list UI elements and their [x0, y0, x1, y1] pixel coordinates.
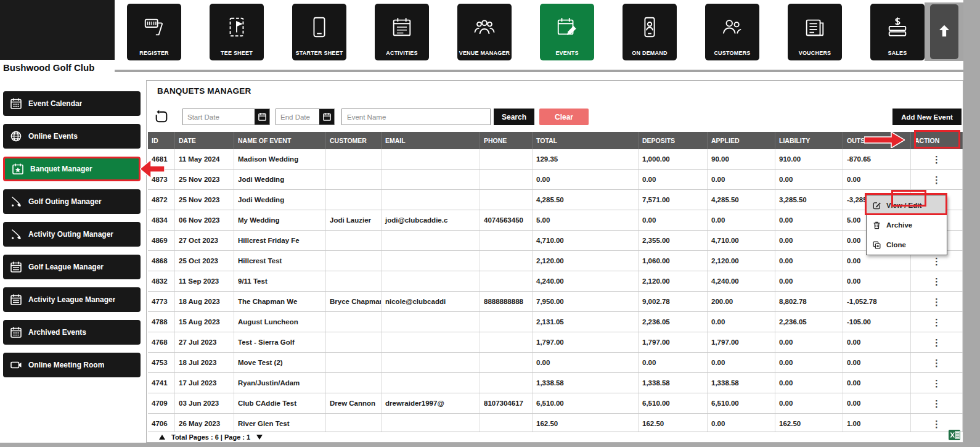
table-row[interactable]: 476827 Jul 2023Test - Sierra Golf1,797.0…	[148, 332, 963, 353]
table-row[interactable]: 487325 Nov 2023Jodi Wedding0.000.000.000…	[148, 170, 963, 190]
sidebar-item-label: Banquet Manager	[30, 165, 92, 173]
toolbar-button-venue-manager[interactable]: VENUE MANAGER	[457, 4, 512, 60]
cell-phone	[480, 353, 533, 372]
menu-item-view-edit[interactable]: View / Edit	[867, 195, 947, 215]
table-row[interactable]: 475318 Jul 2023Move Test (2)0.000.000.00…	[148, 353, 963, 373]
row-action-menu-button[interactable]: ⋮	[911, 373, 963, 393]
toolbar-button-starter-sheet[interactable]: STARTER SHEET	[292, 4, 346, 60]
toolbar-button-tee-sheet[interactable]: TEE SHEET	[210, 4, 264, 60]
cell-total: 2,120.00	[533, 251, 639, 271]
cell-id: 4741	[148, 373, 175, 393]
cell-applied: 4,710.00	[708, 231, 775, 250]
cell-date: 15 Aug 2023	[175, 312, 234, 332]
event-name-input[interactable]	[341, 109, 491, 125]
sidebar-item-activity-outing-manager[interactable]: Activity Outing Manager	[3, 222, 141, 247]
sidebar-item-golf-league-manager[interactable]: Golf League Manager	[3, 255, 141, 279]
sidebar-item-activity-league-manager[interactable]: Activity League Manager	[3, 287, 141, 312]
toolbar-button-label: SALES	[888, 50, 907, 56]
cell-date: 17 Jul 2023	[175, 373, 234, 393]
sidebar-item-online-meeting-room[interactable]: Online Meeting Room	[3, 353, 141, 377]
sidebar-item-banquet-manager[interactable]: Banquet Manager	[3, 157, 141, 181]
row-action-menu-button[interactable]: ⋮	[911, 312, 963, 332]
club-name: Bushwood Golf Club	[3, 62, 94, 73]
add-new-event-button[interactable]: Add New Event	[892, 109, 962, 125]
row-action-menu-button[interactable]: ⋮	[911, 170, 963, 189]
table-row[interactable]: 468111 May 2024Madison Wedding129.351,00…	[148, 149, 963, 170]
cell-name: My Wedding	[234, 210, 326, 230]
sidebar-item-label: Activity League Manager	[28, 295, 115, 304]
table-row[interactable]: 486825 Oct 2023Hillcrest Test2,120.001,0…	[148, 251, 963, 271]
cell-phone	[480, 170, 533, 189]
column-header-deposits[interactable]: DEPOSITS	[639, 132, 708, 149]
sidebar-item-online-events[interactable]: Online Events	[3, 124, 141, 149]
toolbar-button-customers[interactable]: CUSTOMERS	[705, 4, 759, 60]
end-date-calendar-icon[interactable]	[319, 109, 334, 125]
cell-phone: 8888888888	[480, 292, 533, 311]
cell-name: Jodi Wedding	[234, 190, 326, 210]
table-row[interactable]: 486927 Oct 2023Hillcrest Friday Fe4,710.…	[148, 231, 963, 251]
table-row[interactable]: 478815 Aug 2023August Luncheon2,131.052,…	[148, 312, 963, 332]
toolbar-button-sales[interactable]: SALES	[870, 4, 925, 60]
column-header-outstanding[interactable]: OUTSTANDING	[843, 132, 911, 149]
table-row[interactable]: 483406 Nov 2023My WeddingJodi Lauzierjod…	[148, 210, 963, 231]
table-row[interactable]: 474117 Jul 2023Ryan/Justin/Adam1,338.581…	[148, 373, 963, 393]
row-action-menu-button[interactable]: ⋮	[911, 332, 963, 352]
row-action-menu-button[interactable]: ⋮	[911, 393, 963, 413]
sidebar-item-label: Online Events	[28, 132, 78, 141]
toolbar-button-events[interactable]: EVENTS	[540, 4, 594, 60]
table-header: IDDATENAME OF EVENTCUSTOMEREMAILPHONETOT…	[148, 132, 963, 149]
column-header-phone[interactable]: PHONE	[480, 132, 533, 149]
page-down-button[interactable]	[256, 432, 263, 443]
cell-applied: 0.00	[708, 353, 775, 372]
sidebar-item-event-calendar[interactable]: Event Calendar	[3, 91, 141, 116]
toolbar-button-label: STARTER SHEET	[296, 50, 343, 56]
column-header-id[interactable]: ID	[148, 132, 175, 149]
toolbar: REGISTERTEE SHEETSTARTER SHEETACTIVITIES…	[127, 4, 925, 60]
search-button[interactable]: Search	[494, 109, 534, 125]
column-header-date[interactable]: DATE	[175, 132, 234, 149]
table-row[interactable]: 477318 Aug 2023The Chapman WeBryce Chapm…	[148, 292, 963, 312]
row-action-menu-button[interactable]: ⋮	[911, 353, 963, 372]
column-header-action[interactable]: ACTION	[911, 132, 963, 149]
sales-icon	[886, 4, 909, 50]
toolbar-button-vouchers[interactable]: VOUCHERS	[788, 4, 842, 60]
refresh-button[interactable]	[153, 109, 169, 126]
upload-button[interactable]	[930, 4, 958, 59]
row-action-menu-button[interactable]: ⋮	[911, 271, 963, 291]
cell-id: 4788	[148, 312, 175, 332]
sidebar-item-archived-events[interactable]: Archived Events	[3, 320, 141, 345]
menu-item-clone[interactable]: Clone	[867, 235, 947, 255]
menu-item-archive[interactable]: Archive	[867, 215, 947, 235]
column-header-total[interactable]: TOTAL	[533, 132, 639, 149]
toolbar-button-register[interactable]: REGISTER	[127, 4, 181, 60]
start-date-input[interactable]	[183, 109, 255, 125]
triangle-down-icon	[256, 432, 263, 443]
column-header-name-of-event[interactable]: NAME OF EVENT	[234, 132, 326, 149]
page-up-button[interactable]	[158, 432, 166, 443]
column-header-email[interactable]: EMAIL	[382, 132, 480, 149]
row-action-menu-button[interactable]: ⋮	[911, 149, 963, 169]
excel-export-icon[interactable]	[948, 429, 961, 441]
start-date-calendar-icon[interactable]	[255, 109, 269, 125]
clear-button[interactable]: Clear	[539, 109, 589, 125]
top-divider	[115, 70, 963, 72]
sidebar-item-golf-outing-manager[interactable]: Golf Outing Manager	[3, 189, 141, 214]
column-header-liability[interactable]: LIABILITY	[775, 132, 843, 149]
table-row[interactable]: 470626 May 2023River Glen Test162.50162.…	[148, 414, 963, 432]
toolbar-button-activities[interactable]: ACTIVITIES	[375, 4, 429, 60]
cell-email	[382, 231, 480, 250]
table-row[interactable]: 470903 Jun 2023Club CAddie TestDrew Cann…	[148, 393, 963, 414]
cell-date: 25 Nov 2023	[175, 170, 234, 189]
cell-customer	[326, 149, 382, 169]
table-row[interactable]: 483211 Sep 20239/11 Test4,240.002,120.00…	[148, 271, 963, 292]
row-action-menu-button[interactable]: ⋮	[911, 292, 963, 311]
toolbar-button-on-demand[interactable]: ON DEMAND	[623, 4, 677, 60]
cell-outstanding: 0.00	[843, 170, 911, 189]
end-date-input[interactable]	[276, 109, 319, 125]
column-header-applied[interactable]: APPLIED	[708, 132, 775, 149]
cell-email	[382, 149, 480, 169]
meeting-icon	[10, 359, 22, 371]
cell-date: 11 Sep 2023	[175, 271, 234, 291]
column-header-customer[interactable]: CUSTOMER	[326, 132, 382, 149]
table-row[interactable]: 487225 Nov 2023Jodi Wedding4,285.507,571…	[148, 190, 963, 210]
